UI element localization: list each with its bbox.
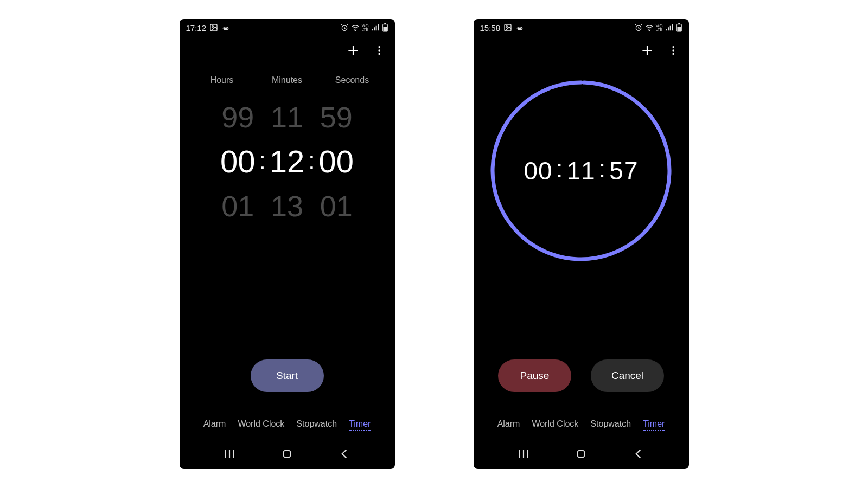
countdown-ring: 00 : 11 : 57 (489, 79, 673, 263)
svg-point-3 (355, 30, 355, 31)
svg-point-8 (378, 49, 380, 51)
countdown-colon-2: : (599, 154, 607, 183)
duration-picker[interactable]: 99 00 01 : 11 12 13 : 59 00 01 (213, 95, 361, 228)
countdown-ss: 57 (609, 156, 638, 185)
svg-rect-17 (677, 27, 681, 31)
countdown-colon-1: : (556, 154, 564, 183)
plus-icon (640, 43, 654, 57)
add-button[interactable] (640, 43, 654, 60)
timer-setup-content: Hours Minutes Seconds 99 00 01 : 11 12 1… (180, 67, 395, 469)
nav-back[interactable] (337, 447, 352, 461)
volte-icon: Vo)) LTE (362, 24, 369, 31)
status-time: 15:58 (480, 23, 501, 33)
phone-timer-setup: 17:12 Vo)) LTE Hours Minutes Seconds 99 (180, 19, 395, 469)
svg-rect-6 (383, 27, 387, 31)
bottom-tabs: Alarm World Clock Stopwatch Timer (474, 419, 689, 431)
nav-home[interactable] (574, 447, 588, 461)
tab-timer[interactable]: Timer (643, 419, 665, 431)
picker-hours-cur: 00 (220, 139, 256, 184)
svg-rect-16 (678, 23, 680, 24)
pause-button[interactable]: Pause (498, 359, 571, 392)
wifi-icon (351, 23, 360, 32)
alarm-set-icon (340, 23, 349, 32)
system-navbar (180, 439, 395, 469)
home-icon (574, 447, 588, 461)
svg-point-20 (672, 53, 674, 55)
home-icon (280, 447, 294, 461)
tab-worldclock[interactable]: World Clock (238, 419, 284, 431)
status-left: 17:12 (186, 23, 231, 33)
picker-seconds-cur: 00 (319, 139, 354, 184)
tab-stopwatch[interactable]: Stopwatch (296, 419, 337, 431)
svg-point-1 (212, 26, 214, 28)
button-row: Start (180, 359, 395, 392)
tab-timer[interactable]: Timer (349, 419, 371, 431)
tab-stopwatch[interactable]: Stopwatch (590, 419, 631, 431)
start-button[interactable]: Start (251, 359, 324, 392)
countdown-mm: 11 (566, 156, 595, 185)
picker-seconds-prev: 59 (320, 95, 353, 139)
nav-recents[interactable] (516, 447, 531, 461)
countdown-hh: 00 (524, 156, 552, 185)
svg-rect-10 (283, 451, 290, 458)
picker-labels: Hours Minutes Seconds (180, 75, 395, 85)
label-seconds: Seconds (330, 75, 374, 85)
status-right: Vo)) LTE (634, 23, 682, 32)
more-button[interactable] (667, 44, 679, 59)
svg-point-12 (506, 26, 508, 28)
picture-icon (209, 23, 218, 32)
cast-icon (515, 23, 524, 32)
picker-minutes-next: 13 (271, 184, 303, 228)
tab-worldclock[interactable]: World Clock (532, 419, 578, 431)
svg-rect-23 (577, 451, 584, 458)
more-vert-icon (373, 44, 385, 56)
back-icon (337, 447, 352, 461)
svg-point-14 (649, 30, 649, 31)
nav-home[interactable] (280, 447, 294, 461)
appbar (180, 36, 395, 67)
appbar (474, 36, 689, 67)
svg-point-9 (378, 53, 380, 55)
picker-minutes-prev: 11 (271, 95, 303, 139)
add-button[interactable] (346, 43, 360, 60)
picker-colon-2: : (308, 138, 315, 183)
svg-point-7 (378, 46, 380, 48)
battery-icon (382, 23, 388, 32)
nav-back[interactable] (631, 447, 646, 461)
picker-hours[interactable]: 99 00 01 (213, 95, 262, 228)
nav-recents[interactable] (222, 447, 237, 461)
svg-point-18 (672, 46, 674, 48)
label-minutes: Minutes (265, 75, 309, 85)
button-row: Pause Cancel (474, 359, 689, 392)
bottom-tabs: Alarm World Clock Stopwatch Timer (180, 419, 395, 431)
phone-timer-running: 15:58 Vo)) LTE 00 : 1 (474, 19, 689, 469)
status-right: Vo)) LTE (340, 23, 388, 32)
alarm-set-icon (634, 23, 643, 32)
cancel-button[interactable]: Cancel (591, 359, 664, 392)
recents-icon (516, 447, 531, 461)
volte-icon: Vo)) LTE (656, 24, 663, 31)
more-vert-icon (667, 44, 679, 56)
battery-icon (676, 23, 682, 32)
picker-minutes[interactable]: 11 12 13 (263, 95, 311, 228)
countdown-display: 00 : 11 : 57 (489, 79, 673, 263)
svg-rect-5 (384, 23, 386, 24)
picker-seconds[interactable]: 59 00 01 (312, 95, 361, 228)
signal-icon (665, 23, 674, 32)
plus-icon (346, 43, 360, 57)
picker-hours-prev: 99 (221, 95, 254, 139)
signal-icon (371, 23, 380, 32)
tab-alarm[interactable]: Alarm (497, 419, 520, 431)
picker-hours-next: 01 (221, 184, 254, 228)
more-button[interactable] (373, 44, 385, 59)
status-bar: 15:58 Vo)) LTE (474, 19, 689, 36)
label-hours: Hours (200, 75, 244, 85)
status-time: 17:12 (186, 23, 207, 33)
recents-icon (222, 447, 237, 461)
tab-alarm[interactable]: Alarm (203, 419, 226, 431)
picker-seconds-next: 01 (320, 184, 353, 228)
back-icon (631, 447, 646, 461)
cast-icon (221, 23, 230, 32)
timer-running-content: 00 : 11 : 57 Pause Cancel Alarm World Cl… (474, 67, 689, 469)
picker-minutes-cur: 12 (270, 139, 305, 184)
